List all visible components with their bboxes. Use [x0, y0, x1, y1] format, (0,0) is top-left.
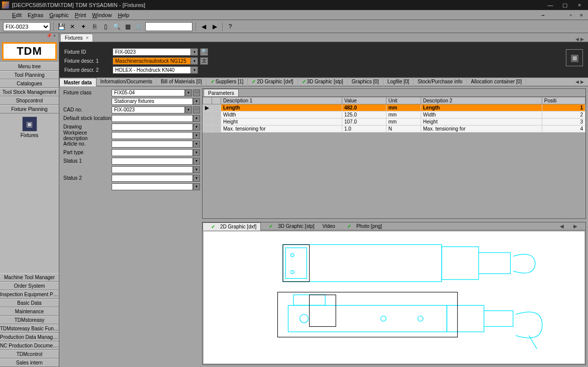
fixture-id-input[interactable]	[113, 48, 191, 56]
subtab-stock[interactable]: Stock/Purchase info	[414, 77, 467, 86]
tabs-prev-icon[interactable]: ◀	[575, 37, 579, 42]
sidebar-item-fixture-planning[interactable]: Fixture Planning	[0, 105, 59, 113]
table-row[interactable]: Height107.0mmHeight3	[203, 118, 585, 126]
form-input[interactable]	[112, 132, 193, 139]
inner-restore[interactable]: ▫	[567, 12, 575, 18]
sidebar-item-menu-tree[interactable]: Menu tree	[0, 62, 59, 71]
table-row[interactable]: Width125.0mmWidth2	[203, 111, 585, 118]
cart-icon[interactable]: 🛒	[134, 22, 143, 31]
subtab-graphics[interactable]: Graphics [0]	[348, 77, 383, 86]
inner-minimize[interactable]: –	[540, 12, 547, 18]
sidebar-item-tool-stock[interactable]: Tool Stock Management	[0, 88, 59, 96]
doc-icon[interactable]: ▯	[101, 22, 110, 31]
minimize-button[interactable]: —	[544, 2, 557, 8]
subtabs-next-icon[interactable]: ▶	[580, 79, 584, 84]
form-input[interactable]	[112, 115, 193, 122]
close-button[interactable]: ×	[573, 2, 586, 8]
form-input[interactable]	[112, 89, 185, 96]
sidebar-item-nc-production[interactable]: NC Production Documents...	[0, 341, 59, 350]
parameters-tab[interactable]: Parameters	[204, 89, 239, 96]
form-input-sub[interactable]	[112, 183, 193, 190]
descr1-translate-icon[interactable]: 文	[200, 57, 208, 65]
help-icon[interactable]: ?	[226, 22, 235, 31]
sidebar-item-tool-planning[interactable]: Tool Planning	[0, 71, 59, 79]
subtab-logfile[interactable]: Logfile [0]	[383, 77, 414, 86]
sidebar-item-shopcontrol[interactable]: Shopcontrol	[0, 96, 59, 105]
sidebar-item-tdmcontrol[interactable]: TDMcontrol	[0, 350, 59, 358]
form-input[interactable]	[112, 141, 193, 148]
table-row[interactable]: ▶Length482.0mmLength1	[203, 104, 585, 111]
descr2-dropdown-icon[interactable]: ▾	[191, 66, 198, 74]
form-input-sub[interactable]	[112, 166, 193, 173]
sidebar-item-storeasy-basic[interactable]: TDMstoreasy Basic Functio	[0, 324, 59, 333]
dropdown-icon[interactable]: ▾	[193, 166, 200, 173]
dropdown-icon[interactable]: ▾	[193, 98, 200, 105]
new-icon[interactable]: ✦	[79, 22, 88, 31]
maximize-button[interactable]: ▢	[558, 2, 571, 9]
inner-close[interactable]: ×	[577, 12, 586, 18]
subtab-3d-graphic[interactable]: ✓3D Graphic [stp]	[298, 77, 348, 86]
gtab-video[interactable]: Video	[319, 222, 339, 230]
tab-close-icon[interactable]: ×	[86, 35, 89, 41]
subtab-2d-graphic[interactable]: ✓2D Graphic [dxf]	[248, 77, 298, 86]
menu-edit[interactable]: Edit	[9, 12, 25, 18]
dropdown-icon[interactable]: ▾	[193, 183, 200, 190]
subtabs-prev-icon[interactable]: ◀	[575, 79, 579, 84]
dropdown-icon[interactable]: ▾	[193, 124, 200, 131]
prev-icon[interactable]: ◀	[199, 22, 208, 31]
subtab-allocation[interactable]: Allocation container [0]	[467, 77, 526, 86]
id-selector[interactable]: FIX-0023	[3, 22, 50, 31]
search-input[interactable]	[145, 22, 192, 31]
module-icon[interactable]: ▣	[22, 116, 37, 132]
descr1-dropdown-icon[interactable]: ▾	[191, 57, 198, 65]
form-input-sub[interactable]	[112, 98, 193, 105]
subtab-bom[interactable]: Bill of Materials [0]	[157, 77, 207, 86]
form-input[interactable]	[112, 124, 193, 131]
sidebar-item-basic-data[interactable]: Basic Data	[0, 299, 59, 307]
next-icon[interactable]: ▶	[210, 22, 219, 31]
dropdown-icon[interactable]: ▾	[193, 132, 200, 139]
dropdown-icon[interactable]: ▾	[193, 175, 200, 182]
gtab-2d[interactable]: ✓2D Graphic [dxf]	[203, 222, 261, 230]
dropdown-icon[interactable]: ▾	[193, 141, 200, 148]
sidebar-item-maintenance[interactable]: Maintenance	[0, 307, 59, 316]
lookup-icon[interactable]: ⋯	[193, 106, 200, 113]
gtab-photo[interactable]: ✓Photo [png]	[339, 222, 386, 230]
descr2-input[interactable]	[113, 66, 191, 74]
menu-help[interactable]: Help	[115, 12, 132, 18]
form-input[interactable]	[112, 175, 193, 182]
save-icon[interactable]: 💾	[57, 22, 66, 31]
dropdown-icon[interactable]: ▾	[193, 149, 200, 156]
gtab-3d[interactable]: ✓3D Graphic [stp]	[261, 222, 318, 230]
dropdown-icon[interactable]: ▾	[193, 158, 200, 165]
dropdown-icon[interactable]: ▾	[185, 89, 192, 96]
delete-icon[interactable]: ✕	[68, 22, 77, 31]
sidebar-item-production-data[interactable]: Production Data Managem	[0, 333, 59, 341]
sidebar-pin[interactable]: 📌 ×	[0, 33, 59, 40]
sidebar-item-order-system[interactable]: Order System	[0, 282, 59, 290]
gtabs-next-icon[interactable]: ▶	[569, 223, 581, 229]
subtab-master-data[interactable]: Master data	[59, 78, 96, 87]
sidebar-item-catalogues[interactable]: Catalogues	[0, 79, 59, 88]
form-input[interactable]	[112, 106, 185, 113]
form-input[interactable]	[112, 158, 193, 165]
dropdown-icon[interactable]: ▾	[193, 115, 200, 122]
lookup-icon[interactable]: ⋯	[193, 89, 200, 96]
table-row[interactable]: Max. tensioning for1.0NMax. tensioning f…	[203, 126, 585, 133]
menu-graphic[interactable]: Graphic	[46, 12, 72, 18]
sidebar-item-inspection[interactable]: Inspection Equipment Plan...	[0, 290, 59, 299]
subtab-suppliers[interactable]: ✓Suppliers [1]	[207, 77, 248, 86]
descr1-input[interactable]	[113, 57, 191, 65]
dropdown-icon[interactable]: ▾	[185, 106, 192, 113]
tab-fixtures[interactable]: Fixtures×	[60, 34, 93, 42]
menu-window[interactable]: Window	[89, 12, 115, 18]
search-icon[interactable]: 🔍	[112, 22, 121, 31]
tabs-next-icon[interactable]: ▶	[580, 37, 584, 42]
graphic-icon[interactable]: ▦	[123, 22, 132, 31]
sidebar-item-sales[interactable]: Sales intern	[0, 358, 59, 367]
gtabs-prev-icon[interactable]: ◀	[556, 223, 568, 229]
menu-print[interactable]: Print	[72, 12, 89, 18]
menu-extras[interactable]: Extras	[25, 12, 46, 18]
form-input[interactable]	[112, 149, 193, 156]
fixture-id-lookup-icon[interactable]: 🔍	[200, 48, 208, 56]
